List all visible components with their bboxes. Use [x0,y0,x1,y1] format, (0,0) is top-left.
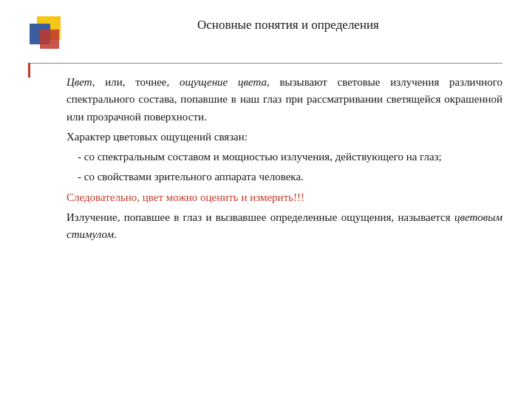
content-area: Цвет, или, точнее, ощущение цвета, вызыв… [30,74,502,243]
header-area: Основные понятия и определения [30,15,502,57]
paragraph-2: Характер цветовых ощущений связан: [37,129,502,146]
p3-text: - со спектральным составом и мощностью и… [78,151,442,163]
paragraph-5: Следовательно, цвет можно оценить и изме… [37,189,502,206]
p6-text: Излучение, попавшее в глаз и вызвавшее о… [66,211,502,240]
divider [30,63,502,64]
paragraph-4: - со свойствами зрительного аппарата чел… [37,168,502,185]
red-square [40,30,59,49]
slide: Основные понятия и определения Цвет, или… [0,0,532,399]
slide-title: Основные понятия и определения [197,18,379,32]
paragraph-1: Цвет, или, точнее, ощущение цвета, вызыв… [37,74,502,126]
p5-text: Следовательно, цвет можно оценить и изме… [66,191,304,203]
color-squares-decoration [30,16,74,57]
paragraph-6: Излучение, попавшее в глаз и вызвавшее о… [37,209,502,244]
p4-text: - со свойствами зрительного аппарата чел… [78,171,304,183]
p2-text: Характер цветовых ощущений связан: [66,131,248,143]
title-area: Основные понятия и определения [74,15,502,33]
paragraph-3: - со спектральным составом и мощностью и… [37,149,502,166]
left-accent-bar [28,63,30,78]
p1-text-start: Цвет, или, точнее, ощущение цвета, вызыв… [66,76,502,123]
